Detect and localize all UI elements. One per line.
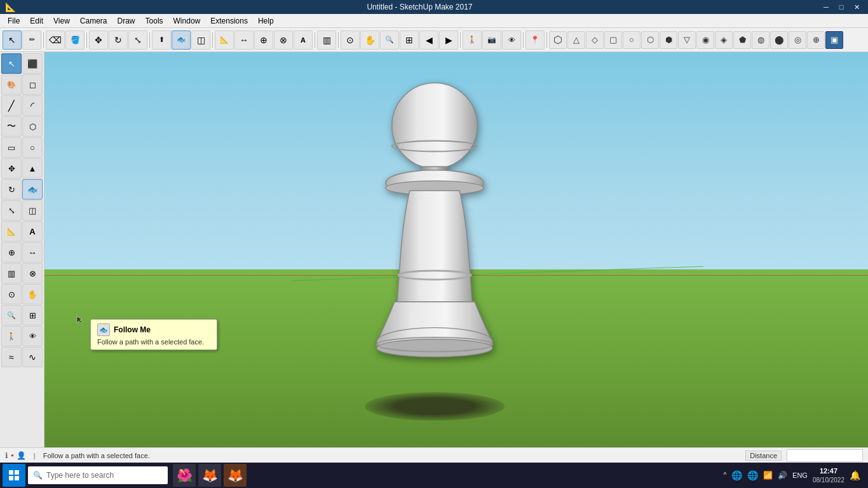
menu-view[interactable]: View (48, 15, 75, 27)
info-icon[interactable]: ℹ (5, 451, 8, 460)
move-tool-btn[interactable]: ✥ (89, 30, 108, 50)
sidebar-select[interactable]: ↖ (1, 53, 22, 74)
minimize-button[interactable]: ─ (820, 2, 832, 12)
sidebar-axes[interactable]: ⊕ (1, 242, 22, 262)
taskbar-app-flower[interactable]: 🌺 (173, 464, 196, 487)
pushpull-tool-btn[interactable]: ⬆ (152, 30, 171, 50)
taskbar-app-sketchup[interactable]: 🦊 (224, 464, 247, 487)
sidebar-sandbox1[interactable]: ≈ (1, 347, 22, 367)
menu-file[interactable]: File (3, 15, 25, 27)
close-button[interactable]: ✕ (850, 2, 863, 12)
menu-help[interactable]: Help (253, 15, 279, 27)
sidebar-pan[interactable]: ✋ (22, 284, 43, 304)
zoomext-tool-btn[interactable]: ⊞ (400, 30, 419, 50)
proto-tool-btn[interactable]: ⊕ (254, 30, 273, 50)
tape-tool-btn[interactable]: 📐 (215, 30, 234, 50)
3dshape-ring[interactable]: ◎ (789, 31, 806, 49)
3dshape-wedge[interactable]: ⬡ (549, 31, 567, 49)
sidebar-freehand[interactable]: 〜 (1, 116, 22, 137)
eraser-tool-btn[interactable]: ⌫ (46, 30, 65, 50)
sidebar-rect[interactable]: ▭ (1, 137, 22, 158)
3dshape-cross[interactable]: ⊕ (807, 31, 825, 49)
sidebar-look[interactable]: 👁 (22, 326, 43, 346)
toolbar-divider-5 (315, 32, 315, 48)
3dshape-cone[interactable]: ▽ (678, 31, 696, 49)
taskbar-search[interactable]: 🔍 Type here to search (28, 466, 168, 484)
menu-camera[interactable]: Camera (75, 15, 112, 27)
add-location-btn[interactable]: 📍 (526, 30, 545, 50)
tray-expand[interactable]: ^ (723, 471, 726, 478)
sidebar-move[interactable]: ✥ (1, 158, 22, 179)
3dshape-tri[interactable]: △ (567, 31, 585, 49)
sidebar-poly[interactable]: ⬡ (22, 116, 43, 137)
paintbucket-tool-btn[interactable]: 🪣 (65, 30, 85, 50)
user-icon[interactable]: 👤 (17, 451, 26, 460)
sidebar-row-11: ▥ ⊗ (1, 263, 43, 283)
walk-tool-btn[interactable]: 🚶 (463, 30, 482, 50)
start-button[interactable] (3, 464, 25, 487)
3dshape-poly2[interactable]: ◍ (752, 31, 770, 49)
sidebar-text[interactable]: A (22, 221, 43, 241)
sidebar-walk[interactable]: 🚶 (1, 326, 22, 346)
svg-marker-9 (77, 316, 82, 323)
pan-tool-btn[interactable]: ✋ (360, 30, 379, 50)
axes-tool-btn[interactable]: ⊗ (274, 30, 293, 50)
section-tool-btn[interactable]: ▥ (317, 30, 336, 50)
sidebar-line[interactable]: ╱ (1, 95, 22, 116)
sidebar-circle[interactable]: ○ (22, 137, 43, 158)
menu-draw[interactable]: Draw (112, 15, 140, 27)
3dshape-active[interactable]: ▣ (825, 31, 843, 49)
text-tool-btn[interactable]: A (294, 30, 313, 50)
sidebar-orbit[interactable]: ⊙ (1, 284, 22, 304)
prev-view-btn[interactable]: ◀ (419, 30, 438, 50)
offset-tool-btn[interactable]: ◫ (191, 30, 210, 50)
rotate-tool-btn[interactable]: ↻ (109, 30, 128, 50)
maximize-button[interactable]: □ (835, 2, 848, 12)
sidebar-zoom[interactable]: 🔍 (1, 305, 22, 325)
viewport-canvas[interactable]: 🐟 Follow Me Follow a path with a selecte… (44, 52, 868, 447)
menubar: File Edit View Camera Draw Tools Window … (0, 14, 868, 28)
sidebar-pushpull[interactable]: ▲ (22, 158, 43, 179)
3dshape-diamond[interactable]: ◇ (586, 31, 604, 49)
menu-edit[interactable]: Edit (25, 15, 48, 27)
sidebar-erase[interactable]: ◻ (22, 74, 43, 95)
position-cam-btn[interactable]: 📷 (482, 30, 501, 50)
3dshape-sphere[interactable]: ◉ (696, 31, 714, 49)
sidebar-arc[interactable]: ◜ (22, 95, 43, 116)
distance-input[interactable] (787, 449, 863, 462)
menu-tools[interactable]: Tools (140, 15, 168, 27)
taskbar-app-firefox[interactable]: 🦊 (198, 464, 221, 487)
sidebar-offset[interactable]: ◫ (22, 200, 43, 220)
sidebar-rotate[interactable]: ↻ (1, 179, 22, 200)
sidebar-proto[interactable]: ⊗ (22, 263, 43, 283)
3dshape-round[interactable]: ⬤ (770, 31, 788, 49)
sidebar-dims[interactable]: ↔ (22, 242, 43, 262)
scale-tool-btn[interactable]: ⤡ (128, 30, 147, 50)
sidebar-followme[interactable]: 🐟 (22, 179, 43, 200)
look-around-btn[interactable]: 👁 (502, 30, 521, 50)
zoom-tool-btn[interactable]: 🔍 (380, 30, 399, 50)
dims-tool-btn[interactable]: ↔ (234, 30, 254, 50)
select-tool-btn[interactable]: ↖ (3, 30, 22, 50)
sidebar-zoomext[interactable]: ⊞ (22, 305, 43, 325)
tray-volume[interactable]: 🔊 (778, 471, 787, 480)
sidebar-paint[interactable]: 🎨 (1, 74, 22, 95)
3dshape-cube[interactable]: ▢ (604, 31, 622, 49)
sidebar-space[interactable]: ⬛ (22, 53, 43, 74)
orbit-tool-btn[interactable]: ⊙ (341, 30, 360, 50)
3dshape-hex2[interactable]: ⬢ (660, 31, 677, 49)
3dshape-hex1[interactable]: ⬡ (641, 31, 659, 49)
3dshape-cyl[interactable]: ○ (623, 31, 641, 49)
menu-window[interactable]: Window (168, 15, 206, 27)
pencil-tool-btn[interactable]: ✏ (22, 30, 41, 50)
sidebar-sandbox2[interactable]: ∿ (22, 347, 43, 367)
followme-tool-btn[interactable]: 🐟 (172, 30, 191, 50)
3dshape-torus[interactable]: ◈ (715, 31, 733, 49)
3dshape-poly1[interactable]: ⬟ (733, 31, 751, 49)
sidebar-tape[interactable]: 📐 (1, 221, 22, 241)
sidebar-scale[interactable]: ⤡ (1, 200, 22, 220)
sidebar-section[interactable]: ▥ (1, 263, 22, 283)
next-view-btn[interactable]: ▶ (439, 30, 458, 50)
notification-icon[interactable]: 🔔 (850, 470, 860, 480)
menu-extensions[interactable]: Extensions (205, 15, 253, 27)
